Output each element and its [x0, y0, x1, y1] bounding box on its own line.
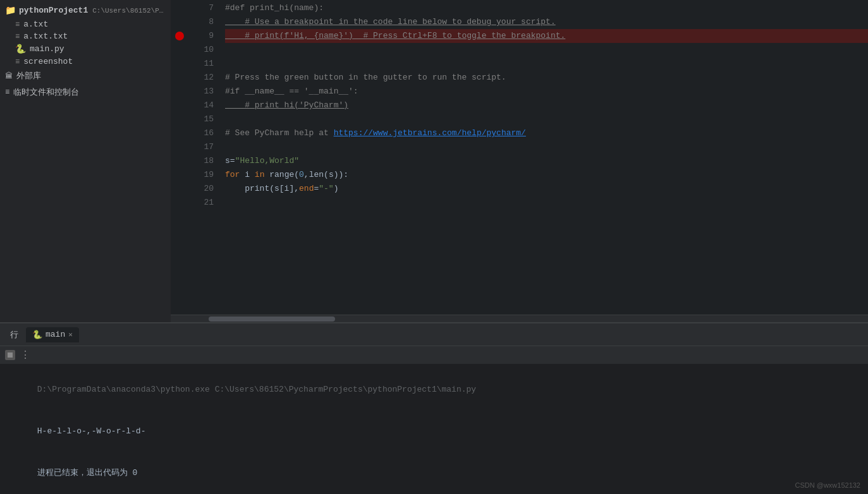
run-toolbar: ⋮ [0, 346, 868, 364]
run-label: 行 [5, 329, 23, 340]
code-line-15 [225, 112, 868, 126]
tab-label: main [46, 330, 65, 339]
console-output: D:\ProgramData\anaconda3\python.exe C:\U… [0, 364, 868, 494]
gutter-line-15 [171, 112, 188, 126]
ln-15: 15 [188, 112, 214, 126]
editor-gutter [171, 0, 188, 315]
stop-button[interactable] [5, 350, 15, 360]
sidebar-section-external-libs[interactable]: 🏛 外部库 [0, 68, 171, 84]
sidebar-item-label: screenshot [23, 57, 73, 66]
code-line-16: # See PyCharm help at https://www.jetbra… [225, 126, 868, 140]
code-line-8: # Use a breakpoint in the code line belo… [225, 15, 868, 29]
console-command-line: D:\ProgramData\anaconda3\python.exe C:\U… [8, 369, 860, 411]
gutter-line-21 [171, 196, 188, 210]
project-path: C:\Users\86152\PycharmProjects\pythonPro… [92, 7, 166, 15]
gutter-line-18 [171, 154, 188, 168]
sidebar-section-label: 临时文件和控制台 [13, 87, 79, 98]
ln-18: 18 [188, 154, 214, 168]
code-line-13: #if __name__ == '__main__': [225, 85, 868, 99]
code-line-17 [225, 140, 868, 154]
sidebar-item-atxttxt[interactable]: ≡ a.txt.txt [0, 30, 171, 42]
console-finished-line: 进程已结束，退出代码为 0 [8, 452, 860, 494]
project-name: pythonProject1 [19, 6, 88, 15]
file-icon: ≡ [15, 20, 20, 29]
code-line-21 [225, 196, 868, 210]
sidebar-item-screenshot[interactable]: ≡ screenshot [0, 56, 171, 68]
ln-21: 21 [188, 196, 214, 210]
code-line-19: for i in range(0,len(s)): [225, 168, 868, 182]
tab-close-button[interactable]: ✕ [68, 330, 73, 339]
ln-14: 14 [188, 99, 214, 112]
watermark: CSDN @wxw152132 [795, 481, 861, 489]
console-icon: ≡ [5, 88, 9, 97]
more-options-button[interactable]: ⋮ [20, 349, 30, 361]
console-output-text: H-e-l-l-o-,-W-o-r-l-d- [37, 426, 146, 436]
sidebar-item-label: a.txt.txt [23, 32, 68, 41]
gutter-line-7 [171, 1, 188, 15]
code-lines[interactable]: #def print_hi(name): # Use a breakpoint … [220, 0, 868, 315]
project-header[interactable]: 📁 pythonProject1 C:\Users\86152\PycharmP… [0, 3, 171, 18]
stop-icon [8, 352, 13, 358]
console-command: D:\ProgramData\anaconda3\python.exe C:\U… [37, 385, 476, 394]
code-line-10 [225, 43, 868, 57]
console-output-line: H-e-l-l-o-,-W-o-r-l-d- [8, 411, 860, 452]
gutter-line-16 [171, 126, 188, 140]
gutter-line-17 [171, 140, 188, 154]
ln-11: 11 [188, 57, 214, 71]
watermark-text: CSDN @wxw152132 [795, 481, 861, 489]
sidebar-item-mainpy[interactable]: 🐍 main.py [0, 42, 171, 56]
gutter-line-19 [171, 168, 188, 182]
ln-19: 19 [188, 168, 214, 182]
sidebar-item-label: main.py [30, 44, 64, 54]
gutter-line-11 [171, 57, 188, 71]
run-tab-main[interactable]: 🐍 main ✕ [26, 327, 79, 342]
ln-20: 20 [188, 182, 214, 196]
gutter-line-10 [171, 43, 188, 57]
ln-9: 9 [188, 29, 214, 43]
run-tabs-bar: 行 🐍 main ✕ [0, 323, 868, 346]
code-line-11 [225, 57, 868, 71]
project-sidebar: 📁 pythonProject1 C:\Users\86152\PycharmP… [0, 0, 171, 322]
ln-7: 7 [188, 1, 214, 15]
ln-13: 13 [188, 85, 214, 99]
python-tab-icon: 🐍 [32, 330, 42, 340]
code-line-18: s="Hello,World" [225, 154, 868, 168]
console-finished-text: 进程已结束，退出代码为 0 [37, 468, 138, 478]
library-icon: 🏛 [5, 71, 13, 81]
code-line-9: # print(f'Hi, {name}') # Press Ctrl+F8 t… [225, 29, 868, 43]
code-line-14: # print_hi('PyCharm') [225, 99, 868, 112]
editor-scrollbar-thumb[interactable] [209, 316, 335, 322]
sidebar-section-label: 外部库 [16, 70, 41, 81]
ln-10: 10 [188, 43, 214, 57]
code-line-12: # Press the green button in the gutter t… [225, 71, 868, 85]
gutter-line-9[interactable] [171, 29, 188, 43]
gutter-line-14 [171, 99, 188, 112]
sidebar-section-temp-files[interactable]: ≡ 临时文件和控制台 [0, 84, 171, 100]
gutter-line-12 [171, 71, 188, 85]
code-editor: 7 8 9 10 11 12 13 14 15 16 17 18 19 20 2… [171, 0, 868, 322]
sidebar-item-label: a.txt [23, 20, 48, 29]
ln-12: 12 [188, 71, 214, 85]
sidebar-item-atxt[interactable]: ≡ a.txt [0, 18, 171, 30]
ln-8: 8 [188, 15, 214, 29]
editor-scrollbar[interactable] [171, 315, 868, 322]
file-icon: ≡ [15, 32, 20, 41]
folder-icon: 📁 [5, 5, 16, 16]
gutter-line-8 [171, 15, 188, 29]
line-numbers: 7 8 9 10 11 12 13 14 15 16 17 18 19 20 2… [188, 0, 220, 315]
python-icon: 🐍 [15, 44, 26, 54]
gutter-line-13 [171, 85, 188, 99]
ln-17: 17 [188, 140, 214, 154]
code-line-20: print(s[i],end="-") [225, 182, 868, 196]
ln-16: 16 [188, 126, 214, 140]
gutter-line-20 [171, 182, 188, 196]
file-icon: ≡ [15, 57, 20, 66]
code-line-7: #def print_hi(name): [225, 1, 868, 15]
bottom-panel: 行 🐍 main ✕ ⋮ D:\ProgramData\anaconda3\py… [0, 322, 868, 494]
breakpoint-indicator[interactable] [175, 32, 184, 40]
